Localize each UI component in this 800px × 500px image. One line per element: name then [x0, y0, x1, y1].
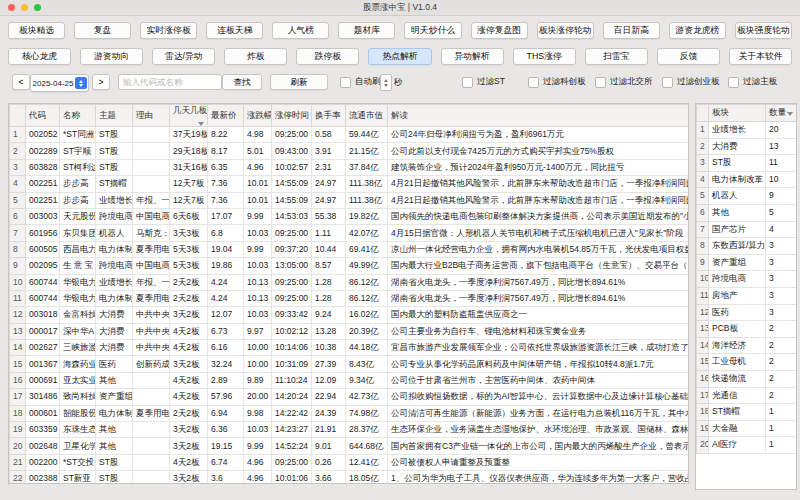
table-row[interactable]: 18000601韶能股份电力体制...夏季用电...2天2板6.949.9814… — [10, 405, 689, 421]
column-header[interactable]: 换手率 — [312, 105, 346, 127]
chevron-down-icon[interactable] — [198, 122, 204, 126]
nav-button-r2-7[interactable]: 异动解析 — [441, 48, 504, 65]
checkbox-icon[interactable] — [462, 77, 473, 88]
sector-row[interactable]: 13PCB板2 — [697, 321, 797, 338]
refresh-button[interactable]: 刷新 — [270, 74, 328, 90]
table-row[interactable]: 13000017深中华A大消费中共中央...4天2板6.739.9710:02:… — [10, 323, 689, 339]
search-input[interactable] — [118, 74, 222, 90]
column-header[interactable]: 名称 — [60, 105, 96, 127]
column-header[interactable]: 主题 — [96, 105, 133, 127]
nav-button-r1-4[interactable]: 连板天梯 — [206, 22, 263, 39]
nav-button-r1-7[interactable]: 明天炒什么 — [404, 22, 461, 39]
sector-row[interactable]: 1业绩增长20 — [697, 122, 797, 139]
sector-row[interactable]: 4电力体制改革10 — [697, 171, 797, 188]
nav-button-r2-8[interactable]: THS涨停 — [513, 48, 576, 65]
sector-row[interactable]: 19大金融1 — [697, 420, 797, 437]
nav-button-r1-6[interactable]: 题材库 — [338, 22, 395, 39]
sector-row[interactable]: 10跨境电商3 — [697, 271, 797, 288]
table-row[interactable]: 21002200*ST交投ST股4天2板6.744.9609:25:000.26… — [10, 454, 689, 470]
filter-checkbox-4[interactable]: 过滤创业板 — [662, 74, 720, 90]
column-header[interactable]: 最新价 — [208, 105, 244, 127]
table-row[interactable]: 5002251步步高业绩增长年报、一...12天7板7.3610.0114:55… — [10, 192, 689, 208]
sector-row[interactable]: 5机器人9 — [697, 188, 797, 205]
table-row[interactable]: 10600744华银电力业绩增长年报、一...2天2板4.2410.1309:2… — [10, 274, 689, 290]
prev-date-button[interactable]: < — [12, 74, 30, 90]
filter-checkbox-2[interactable]: 过滤科创板 — [528, 74, 586, 90]
nav-button-r2-4[interactable]: 炸板 — [224, 48, 287, 65]
table-row[interactable]: 15001367海森药业医药创新药成...3天2板32.2410.0010:31… — [10, 356, 689, 372]
sector-row[interactable]: 17光通信2 — [697, 387, 797, 404]
filter-checkbox-3[interactable]: 过滤北交所 — [595, 74, 653, 90]
nav-button-r2-5[interactable]: 跌停板 — [296, 48, 359, 65]
nav-button-r1-11[interactable]: 游资龙虎榜 — [669, 22, 726, 39]
checkbox-icon[interactable] — [595, 77, 606, 88]
table-row[interactable]: 12003018金富科技大消费中共中央...3天2板12.0710.0309:3… — [10, 307, 689, 323]
sector-row[interactable]: 6其他5 — [697, 204, 797, 221]
nav-button-r2-1[interactable]: 核心龙虎 — [8, 48, 71, 65]
sector-row[interactable]: 7国产芯片4 — [697, 221, 797, 238]
column-header[interactable]: 理由 — [133, 105, 170, 127]
table-row[interactable]: 6003003天元股份跨境电商中国电商"...6天6板17.079.9914:5… — [10, 208, 689, 224]
sector-row[interactable]: 3ST股11 — [697, 155, 797, 172]
sector-row[interactable]: 20AI医疗1 — [697, 437, 797, 454]
table-row[interactable]: 11600744华银电力电力体制...夏季用电...2天2板4.2410.130… — [10, 290, 689, 306]
nav-button-r2-9[interactable]: 扫雷宝 — [585, 48, 648, 65]
find-button[interactable]: 查找 — [222, 74, 262, 90]
table-row[interactable]: 20002648卫星化学其他3天2板19.159.9914:52:249.016… — [10, 438, 689, 454]
table-row[interactable]: 16000691亚太实业其他4天2板2.899.8911:10:2412.099… — [10, 372, 689, 388]
nav-button-r1-9[interactable]: 板块涨停轮动 — [537, 22, 594, 39]
sector-column-header[interactable]: 数量 — [766, 105, 797, 122]
chevron-down-icon[interactable] — [787, 112, 793, 116]
date-stepper-icon[interactable] — [75, 77, 87, 89]
nav-button-r1-10[interactable]: 百日新高 — [603, 22, 660, 39]
next-date-button[interactable]: > — [92, 74, 110, 90]
seconds-stepper[interactable] — [380, 74, 392, 91]
nav-button-r1-5[interactable]: 人气榜 — [272, 22, 329, 39]
column-header[interactable]: 代码 — [26, 105, 60, 127]
sector-row[interactable]: 18ST摘帽1 — [697, 404, 797, 421]
nav-button-r2-2[interactable]: 游资动向 — [80, 48, 143, 65]
sector-row[interactable]: 16快递物流2 — [697, 370, 797, 387]
nav-button-r2-11[interactable]: 关于本软件 — [729, 48, 792, 65]
sector-row[interactable]: 14海洋经济2 — [697, 337, 797, 354]
filter-checkbox-1[interactable]: 过滤ST — [462, 74, 505, 90]
table-row[interactable]: 3603828ST柯利达ST股31天16板6.354.9610:02:572.3… — [10, 159, 689, 175]
checkbox-icon[interactable] — [728, 77, 739, 88]
table-row[interactable]: 14002627三峡旅游大消费中共中央...4天2板6.1610.0010:14… — [10, 340, 689, 356]
nav-button-r2-10[interactable]: 反馈 — [657, 48, 720, 65]
sector-row[interactable]: 8东数西算/算力3 — [697, 238, 797, 255]
checkbox-icon[interactable] — [528, 77, 539, 88]
table-row[interactable]: 22002388ST新亚ST股3天2板3.64.9610:01:063.6618… — [10, 471, 689, 484]
date-picker[interactable]: 2025-04-25 — [30, 74, 89, 92]
column-header[interactable]: 流通市值 — [346, 105, 388, 127]
column-header[interactable]: 几天几板 — [170, 105, 208, 127]
table-row[interactable]: 7601956东贝集团机器人马斯克：...3天3板6.810.0309:25:0… — [10, 225, 689, 241]
table-row[interactable]: 4002251步步高ST摘帽12天7板7.3610.0114:55:0924.9… — [10, 176, 689, 192]
table-row[interactable]: 17301486致尚科技资产重组4天2板57.9620.0014:20:2422… — [10, 389, 689, 405]
column-header[interactable]: 涨停时间 — [272, 105, 312, 127]
filter-checkbox-5[interactable]: 过滤主板 — [728, 74, 777, 90]
nav-button-r1-1[interactable]: 板块精选 — [8, 22, 65, 39]
sector-row[interactable]: 2大消费13 — [697, 138, 797, 155]
table-row[interactable]: 9002095生 意 宝跨境电商中国电商"...5天3板19.8610.0313… — [10, 258, 689, 274]
sector-row[interactable]: 12医药3 — [697, 304, 797, 321]
sector-row[interactable]: 9资产重组3 — [697, 254, 797, 271]
column-header[interactable]: 解读 — [388, 105, 689, 127]
table-row[interactable]: 2002289ST宇顺ST股29天18板8.175.0109:43:003.91… — [10, 143, 689, 159]
column-header[interactable]: 涨跌幅 — [244, 105, 272, 127]
checkbox-icon[interactable] — [340, 77, 351, 88]
table-row[interactable]: 8600505西昌电力电力体制...夏季用电...5天3板19.049.9909… — [10, 241, 689, 257]
nav-button-r1-3[interactable]: 实时涨停板 — [140, 22, 197, 39]
sector-column-header[interactable]: 板块 — [709, 105, 766, 122]
nav-button-r1-12[interactable]: 板块强度轮动 — [735, 22, 792, 39]
sector-row[interactable]: 15工业母机2 — [697, 354, 797, 371]
nav-button-r1-8[interactable]: 涨停复盘图 — [471, 22, 528, 39]
minimize-window-icon[interactable] — [21, 4, 28, 11]
nav-button-r2-6[interactable]: 热点解析 — [368, 48, 431, 65]
nav-button-r1-2[interactable]: 复盘 — [74, 22, 131, 39]
sector-row[interactable]: 11房地产3 — [697, 287, 797, 304]
close-window-icon[interactable] — [8, 4, 15, 11]
checkbox-icon[interactable] — [662, 77, 673, 88]
table-row[interactable]: 1002052*ST同洲ST股37天19板8.224.9809:25:000.5… — [10, 127, 689, 143]
table-row[interactable]: 19603359东珠生态其他3天2板6.3610.0314:23:2721.91… — [10, 422, 689, 438]
